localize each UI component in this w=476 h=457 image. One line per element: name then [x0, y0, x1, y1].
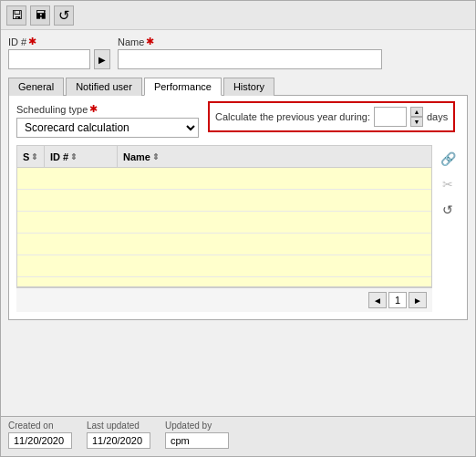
- last-updated-label: Last updated: [87, 421, 150, 431]
- id-label: ID # ✱: [8, 36, 110, 47]
- table-row: [17, 212, 431, 234]
- last-updated-field: Last updated 11/20/2020: [87, 421, 150, 449]
- data-table: S ⇕ ID # ⇕ Name ⇕: [16, 145, 432, 287]
- id-arrow-button[interactable]: ▶: [94, 49, 110, 69]
- scheduling-row: Scheduling type ✱ Scorecard calculation …: [16, 103, 460, 138]
- spin-up-button[interactable]: ▲: [410, 107, 423, 117]
- reload-button[interactable]: ↺: [54, 5, 74, 26]
- name-input[interactable]: Scorecard Scheduling: [118, 49, 382, 69]
- sort-name[interactable]: ⇕: [152, 152, 160, 161]
- id-input[interactable]: 000032: [8, 49, 90, 69]
- table-row: [17, 255, 431, 277]
- scheduling-type-select[interactable]: Scorecard calculation: [16, 118, 199, 138]
- sort-s[interactable]: ⇕: [31, 152, 38, 161]
- save-button-1[interactable]: 🖫: [6, 5, 26, 26]
- calc-previous-box: Calculate the previous year during: 7 ▲ …: [208, 101, 455, 132]
- id-field-group: ID # ✱ 000032 ▶: [8, 36, 110, 69]
- days-suffix: days: [427, 111, 448, 122]
- next-page-button[interactable]: ►: [409, 292, 427, 308]
- table-row: [17, 234, 431, 255]
- name-label: Name ✱: [118, 36, 382, 47]
- id-required-star: ✱: [28, 36, 36, 47]
- table-container: S ⇕ ID # ⇕ Name ⇕: [16, 145, 432, 312]
- name-field-group: Name ✱ Scorecard Scheduling: [118, 36, 382, 69]
- created-on-label: Created on: [8, 421, 72, 431]
- spin-down-button[interactable]: ▼: [410, 117, 423, 127]
- table-row: [17, 168, 431, 190]
- scheduling-group: Scheduling type ✱ Scorecard calculation: [16, 103, 199, 138]
- content-area: ID # ✱ 000032 ▶ Name ✱ Scorecard Schedul…: [1, 30, 475, 416]
- sort-id[interactable]: ⇕: [70, 152, 78, 161]
- performance-tab-content: Scheduling type ✱ Scorecard calculation …: [8, 96, 468, 320]
- page-number: 1: [388, 292, 407, 308]
- toolbar: 🖫 🖬 ↺: [1, 1, 475, 30]
- last-updated-value: 11/20/2020: [87, 432, 150, 449]
- tab-history[interactable]: History: [223, 78, 274, 96]
- scheduling-required-star: ✱: [89, 103, 98, 115]
- table-row: [17, 190, 431, 212]
- table-header: S ⇕ ID # ⇕ Name ⇕: [17, 146, 431, 168]
- spinner-arrows: ▲ ▼: [410, 107, 423, 127]
- col-header-name: Name ⇕: [118, 146, 431, 167]
- footer: Created on 11/20/2020 Last updated 11/20…: [1, 416, 475, 456]
- id-field-row: 000032 ▶: [8, 49, 110, 69]
- tab-notified-user[interactable]: Notified user: [66, 78, 142, 96]
- scissors-icon: ✂: [438, 174, 458, 194]
- tabs-bar: General Notified user Performance Histor…: [8, 77, 468, 96]
- updated-by-field: Updated by cpm: [165, 421, 229, 449]
- table-body: [17, 168, 431, 286]
- scheduling-type-label: Scheduling type ✱: [16, 103, 199, 115]
- created-on-field: Created on 11/20/2020: [8, 421, 72, 449]
- tab-general[interactable]: General: [8, 78, 64, 96]
- updated-by-label: Updated by: [165, 421, 229, 431]
- table-right-actions: 🔗 ✂ ↺: [436, 145, 460, 312]
- main-window: 🖫 🖬 ↺ ID # ✱ 000032 ▶ Name ✱: [0, 0, 476, 457]
- tabs-container: General Notified user Performance Histor…: [8, 75, 468, 320]
- updated-by-value: cpm: [165, 432, 229, 449]
- calc-label: Calculate the previous year during:: [215, 111, 370, 122]
- created-on-value: 11/20/2020: [8, 432, 72, 449]
- table-area: S ⇕ ID # ⇕ Name ⇕: [16, 145, 460, 312]
- refresh-icon[interactable]: ↺: [438, 200, 458, 220]
- id-name-row: ID # ✱ 000032 ▶ Name ✱ Scorecard Schedul…: [8, 36, 468, 69]
- col-header-s: S ⇕: [17, 146, 45, 167]
- save-button-2[interactable]: 🖬: [30, 5, 50, 26]
- link-icon[interactable]: 🔗: [438, 149, 458, 169]
- col-header-id: ID # ⇕: [45, 146, 118, 167]
- prev-page-button[interactable]: ◄: [368, 292, 387, 308]
- name-required-star: ✱: [146, 36, 154, 47]
- calc-days-input[interactable]: 7: [374, 107, 407, 127]
- pagination: ◄ 1 ►: [16, 287, 432, 312]
- tab-performance[interactable]: Performance: [144, 78, 222, 96]
